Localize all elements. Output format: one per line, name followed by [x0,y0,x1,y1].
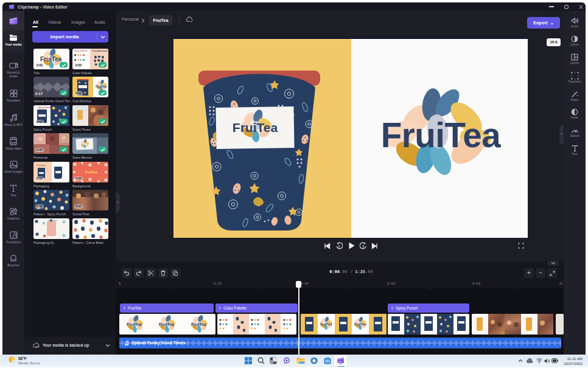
svg-text:FruiTea: FruiTea [233,120,278,134]
svg-text:1: 1 [362,244,364,248]
svg-text:1: 1 [338,244,340,248]
